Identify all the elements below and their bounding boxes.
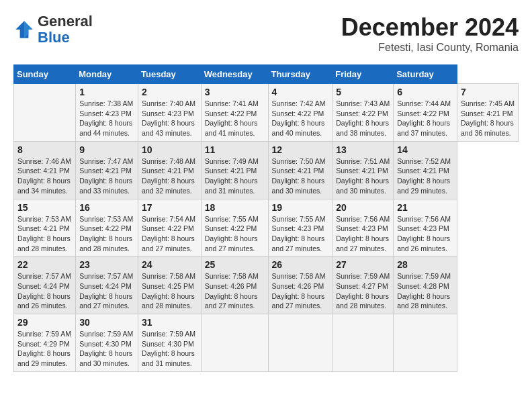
calendar-cell bbox=[201, 314, 268, 372]
day-info: Sunrise: 7:42 AMSunset: 4:22 PMDaylight:… bbox=[272, 99, 329, 138]
calendar-week-2: 8Sunrise: 7:46 AMSunset: 4:21 PMDaylight… bbox=[14, 141, 519, 199]
calendar-cell: 2Sunrise: 7:40 AMSunset: 4:23 PMDaylight… bbox=[138, 84, 202, 142]
day-number: 27 bbox=[336, 259, 390, 270]
day-info: Sunrise: 7:48 AMSunset: 4:21 PMDaylight:… bbox=[142, 156, 197, 196]
day-info: Sunrise: 7:54 AMSunset: 4:22 PMDaylight:… bbox=[142, 214, 197, 254]
day-info: Sunrise: 7:58 AMSunset: 4:26 PMDaylight:… bbox=[272, 271, 329, 311]
day-number: 12 bbox=[272, 144, 329, 155]
day-number: 4 bbox=[272, 87, 329, 97]
calendar-cell: 26Sunrise: 7:58 AMSunset: 4:26 PMDayligh… bbox=[268, 257, 332, 314]
day-info: Sunrise: 7:56 AMSunset: 4:23 PMDaylight:… bbox=[397, 214, 453, 254]
col-header-tuesday: Tuesday bbox=[138, 65, 202, 84]
calendar-cell bbox=[268, 314, 332, 372]
day-number: 13 bbox=[336, 144, 390, 155]
calendar-cell: 4Sunrise: 7:42 AMSunset: 4:22 PMDaylight… bbox=[268, 84, 332, 142]
day-info: Sunrise: 7:49 AMSunset: 4:21 PMDaylight:… bbox=[205, 156, 265, 196]
day-number: 25 bbox=[205, 259, 265, 270]
calendar-cell: 24Sunrise: 7:58 AMSunset: 4:25 PMDayligh… bbox=[138, 257, 202, 314]
calendar-cell: 30Sunrise: 7:59 AMSunset: 4:30 PMDayligh… bbox=[76, 314, 138, 372]
day-number: 29 bbox=[17, 317, 72, 328]
day-number: 15 bbox=[17, 202, 72, 213]
day-number: 24 bbox=[142, 259, 197, 270]
day-number: 23 bbox=[79, 259, 134, 270]
calendar-week-4: 22Sunrise: 7:57 AMSunset: 4:24 PMDayligh… bbox=[14, 257, 519, 314]
day-info: Sunrise: 7:47 AMSunset: 4:21 PMDaylight:… bbox=[79, 156, 134, 196]
day-number: 14 bbox=[397, 144, 453, 155]
calendar-cell bbox=[14, 84, 76, 142]
calendar-cell bbox=[394, 314, 457, 372]
day-number: 5 bbox=[336, 87, 390, 97]
day-number: 10 bbox=[142, 144, 197, 155]
day-number: 31 bbox=[142, 317, 197, 328]
calendar-cell: 19Sunrise: 7:55 AMSunset: 4:23 PMDayligh… bbox=[268, 199, 332, 257]
calendar-cell: 27Sunrise: 7:59 AMSunset: 4:27 PMDayligh… bbox=[332, 257, 394, 314]
day-number: 30 bbox=[79, 317, 134, 328]
day-info: Sunrise: 7:57 AMSunset: 4:24 PMDaylight:… bbox=[79, 271, 134, 311]
day-number: 7 bbox=[461, 87, 515, 97]
day-number: 9 bbox=[79, 144, 134, 155]
logo-icon bbox=[13, 19, 35, 40]
day-info: Sunrise: 7:55 AMSunset: 4:23 PMDaylight:… bbox=[272, 214, 329, 254]
col-header-saturday: Saturday bbox=[394, 65, 457, 84]
calendar-subtitle: Fetesti, Iasi County, Romania bbox=[341, 42, 519, 54]
day-number: 17 bbox=[142, 202, 197, 213]
calendar-cell: 12Sunrise: 7:50 AMSunset: 4:21 PMDayligh… bbox=[268, 141, 332, 199]
day-info: Sunrise: 7:40 AMSunset: 4:23 PMDaylight:… bbox=[142, 99, 197, 138]
day-info: Sunrise: 7:59 AMSunset: 4:28 PMDaylight:… bbox=[397, 271, 453, 311]
calendar-cell: 10Sunrise: 7:48 AMSunset: 4:21 PMDayligh… bbox=[138, 141, 202, 199]
calendar-title: December 2024 bbox=[341, 13, 519, 42]
calendar-week-1: 1Sunrise: 7:38 AMSunset: 4:23 PMDaylight… bbox=[14, 84, 519, 142]
calendar-cell: 16Sunrise: 7:53 AMSunset: 4:22 PMDayligh… bbox=[76, 199, 138, 257]
svg-marker-1 bbox=[24, 21, 33, 38]
day-info: Sunrise: 7:59 AMSunset: 4:29 PMDaylight:… bbox=[17, 329, 72, 369]
calendar-cell: 5Sunrise: 7:43 AMSunset: 4:22 PMDaylight… bbox=[332, 84, 394, 142]
day-info: Sunrise: 7:58 AMSunset: 4:26 PMDaylight:… bbox=[205, 271, 265, 311]
calendar-table: SundayMondayTuesdayWednesdayThursdayFrid… bbox=[13, 64, 519, 372]
day-info: Sunrise: 7:55 AMSunset: 4:22 PMDaylight:… bbox=[205, 214, 265, 254]
day-header-row: SundayMondayTuesdayWednesdayThursdayFrid… bbox=[14, 65, 519, 84]
col-header-friday: Friday bbox=[332, 65, 394, 84]
calendar-cell bbox=[332, 314, 394, 372]
col-header-thursday: Thursday bbox=[268, 65, 332, 84]
day-number: 3 bbox=[205, 87, 265, 97]
day-number: 21 bbox=[397, 202, 453, 213]
day-info: Sunrise: 7:51 AMSunset: 4:21 PMDaylight:… bbox=[336, 156, 390, 196]
col-header-wednesday: Wednesday bbox=[201, 65, 268, 84]
logo-blue: Blue bbox=[38, 29, 70, 46]
calendar-cell: 17Sunrise: 7:54 AMSunset: 4:22 PMDayligh… bbox=[138, 199, 202, 257]
day-number: 6 bbox=[397, 87, 453, 97]
calendar-cell: 22Sunrise: 7:57 AMSunset: 4:24 PMDayligh… bbox=[14, 257, 76, 314]
day-number: 16 bbox=[79, 202, 134, 213]
calendar-cell: 1Sunrise: 7:38 AMSunset: 4:23 PMDaylight… bbox=[76, 84, 138, 142]
day-info: Sunrise: 7:53 AMSunset: 4:21 PMDaylight:… bbox=[17, 214, 72, 254]
day-number: 20 bbox=[336, 202, 390, 213]
day-number: 18 bbox=[205, 202, 265, 213]
day-info: Sunrise: 7:59 AMSunset: 4:27 PMDaylight:… bbox=[336, 271, 390, 311]
calendar-cell: 29Sunrise: 7:59 AMSunset: 4:29 PMDayligh… bbox=[14, 314, 76, 372]
day-number: 8 bbox=[17, 144, 72, 155]
calendar-cell: 11Sunrise: 7:49 AMSunset: 4:21 PMDayligh… bbox=[201, 141, 268, 199]
day-info: Sunrise: 7:59 AMSunset: 4:30 PMDaylight:… bbox=[79, 329, 134, 369]
calendar-body: 1Sunrise: 7:38 AMSunset: 4:23 PMDaylight… bbox=[14, 84, 519, 372]
page-header: General Blue December 2024 Fetesti, Iasi… bbox=[13, 13, 519, 54]
day-info: Sunrise: 7:52 AMSunset: 4:21 PMDaylight:… bbox=[397, 156, 453, 196]
day-info: Sunrise: 7:50 AMSunset: 4:21 PMDaylight:… bbox=[272, 156, 329, 196]
calendar-cell: 23Sunrise: 7:57 AMSunset: 4:24 PMDayligh… bbox=[76, 257, 138, 314]
day-info: Sunrise: 7:46 AMSunset: 4:21 PMDaylight:… bbox=[17, 156, 72, 196]
calendar-cell: 25Sunrise: 7:58 AMSunset: 4:26 PMDayligh… bbox=[201, 257, 268, 314]
calendar-week-5: 29Sunrise: 7:59 AMSunset: 4:29 PMDayligh… bbox=[14, 314, 519, 372]
day-info: Sunrise: 7:43 AMSunset: 4:22 PMDaylight:… bbox=[336, 99, 390, 138]
col-header-sunday: Sunday bbox=[14, 65, 76, 84]
day-info: Sunrise: 7:57 AMSunset: 4:24 PMDaylight:… bbox=[17, 271, 72, 311]
day-number: 1 bbox=[79, 87, 134, 97]
day-number: 22 bbox=[17, 259, 72, 270]
title-block: December 2024 Fetesti, Iasi County, Roma… bbox=[341, 13, 519, 54]
day-info: Sunrise: 7:44 AMSunset: 4:22 PMDaylight:… bbox=[397, 99, 453, 138]
logo-general: General bbox=[38, 13, 93, 30]
day-info: Sunrise: 7:38 AMSunset: 4:23 PMDaylight:… bbox=[79, 99, 134, 138]
calendar-cell: 3Sunrise: 7:41 AMSunset: 4:22 PMDaylight… bbox=[201, 84, 268, 142]
calendar-week-3: 15Sunrise: 7:53 AMSunset: 4:21 PMDayligh… bbox=[14, 199, 519, 257]
calendar-cell: 15Sunrise: 7:53 AMSunset: 4:21 PMDayligh… bbox=[14, 199, 76, 257]
calendar-header: SundayMondayTuesdayWednesdayThursdayFrid… bbox=[14, 65, 519, 84]
calendar-cell: 8Sunrise: 7:46 AMSunset: 4:21 PMDaylight… bbox=[14, 141, 76, 199]
